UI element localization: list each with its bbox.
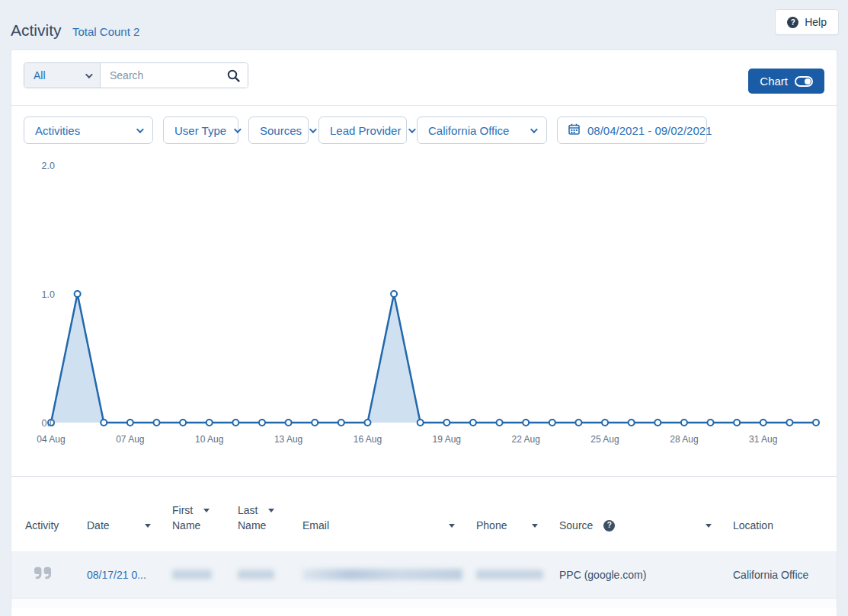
table-header-row: Activity Date First Name Last Name Email…: [11, 477, 837, 551]
help-label: Help: [805, 16, 827, 28]
chart-toggle-button[interactable]: Chart: [748, 69, 824, 94]
search-category-value: All: [34, 69, 46, 81]
filter-user-type-label: User Type: [174, 124, 226, 137]
page-header: Activity Total Count 2 ? Help: [0, 0, 848, 49]
redacted-email: [302, 569, 462, 580]
chevron-down-icon: [136, 126, 144, 133]
activity-page: { "page": { "title": "Activity", "subtit…: [0, 0, 848, 616]
filter-bar: Activities User Type Sources Lead Provid…: [11, 106, 837, 144]
svg-text:07 Aug: 07 Aug: [116, 434, 144, 445]
chevron-down-icon: [309, 126, 317, 133]
col-header-email[interactable]: Email: [302, 477, 476, 551]
date-range-picker[interactable]: 08/04/2021 - 09/02/2021: [557, 116, 707, 144]
activity-line-chart: 0.01.02.004 Aug07 Aug10 Aug13 Aug16 Aug1…: [11, 148, 837, 452]
col-header-source[interactable]: Source?: [559, 477, 733, 551]
first-name-cell: [172, 570, 238, 579]
filter-office[interactable]: California Office: [417, 116, 547, 144]
chart-area: 0.01.02.004 Aug07 Aug10 Aug13 Aug16 Aug1…: [11, 144, 837, 455]
filter-user-type[interactable]: User Type: [163, 116, 238, 144]
svg-text:19 Aug: 19 Aug: [433, 434, 461, 445]
email-cell: [302, 569, 476, 580]
phone-cell: [476, 570, 559, 579]
redacted-first-name: [172, 570, 212, 579]
filter-lead-provider-label: Lead Provider: [330, 124, 401, 137]
search-category-select[interactable]: All: [24, 63, 101, 88]
chevron-down-icon: [408, 126, 416, 133]
svg-text:04 Aug: 04 Aug: [37, 434, 65, 445]
filter-activities-label: Activities: [35, 124, 80, 137]
col-header-first-name[interactable]: First Name: [172, 477, 238, 551]
help-circle-icon[interactable]: ?: [603, 520, 615, 531]
search-toolbar: All Chart: [11, 50, 837, 106]
redacted-phone: [476, 570, 543, 579]
calendar-icon: [568, 123, 580, 137]
quote-icon: [34, 567, 51, 582]
sort-caret-icon[interactable]: [268, 509, 274, 512]
chevron-down-icon: [85, 71, 93, 78]
svg-text:31 Aug: 31 Aug: [749, 434, 777, 445]
svg-text:13 Aug: 13 Aug: [274, 434, 302, 445]
activity-type-cell: [25, 567, 87, 582]
page-title: Activity: [11, 21, 62, 40]
search-input[interactable]: [101, 63, 248, 88]
toggle-on-icon: [795, 76, 813, 87]
search-icon[interactable]: [227, 69, 240, 85]
location-cell: California Office: [733, 569, 837, 581]
svg-text:16 Aug: 16 Aug: [354, 434, 382, 445]
sort-caret-icon[interactable]: [449, 524, 455, 528]
sort-caret-icon[interactable]: [532, 524, 538, 528]
col-header-date[interactable]: Date: [87, 477, 172, 551]
search-box: [101, 63, 248, 88]
chevron-down-icon: [234, 126, 242, 133]
content-card: All Chart Activities User Type Sources: [11, 49, 837, 616]
col-header-activity: Activity: [25, 477, 87, 551]
col-header-last-name[interactable]: Last Name: [238, 477, 302, 551]
svg-text:2.0: 2.0: [42, 161, 55, 171]
help-button[interactable]: ? Help: [775, 9, 839, 35]
col-header-phone[interactable]: Phone: [476, 477, 559, 551]
svg-text:10 Aug: 10 Aug: [195, 434, 223, 445]
date-cell[interactable]: 08/17/21 0...: [87, 569, 172, 581]
filter-sources[interactable]: Sources: [248, 116, 309, 144]
chevron-down-icon: [530, 126, 538, 133]
activity-table: Activity Date First Name Last Name Email…: [11, 476, 837, 608]
sort-caret-icon[interactable]: [203, 509, 210, 512]
svg-text:0.0: 0.0: [42, 418, 55, 429]
filter-office-label: California Office: [428, 124, 509, 137]
filter-activities[interactable]: Activities: [24, 116, 153, 144]
svg-text:28 Aug: 28 Aug: [670, 434, 698, 445]
svg-text:1.0: 1.0: [42, 289, 55, 300]
table-row[interactable]: 08/17/21 0... PPC (google.com) Californi…: [11, 551, 837, 598]
sort-caret-icon[interactable]: [145, 524, 151, 528]
filter-sources-label: Sources: [260, 124, 302, 137]
total-count-badge: Total Count 2: [72, 25, 139, 38]
filter-lead-provider[interactable]: Lead Provider: [318, 116, 407, 144]
question-circle-icon: ?: [787, 17, 798, 28]
source-cell: PPC (google.com): [559, 569, 733, 581]
date-range-value: 08/04/2021 - 09/02/2021: [587, 124, 712, 137]
svg-text:22 Aug: 22 Aug: [511, 434, 539, 445]
chart-toggle-label: Chart: [760, 75, 788, 88]
svg-text:25 Aug: 25 Aug: [590, 434, 619, 445]
col-header-location: Location: [733, 477, 837, 551]
redacted-last-name: [238, 570, 274, 579]
search-group: All: [24, 62, 248, 88]
sort-caret-icon[interactable]: [706, 524, 712, 528]
last-name-cell: [238, 570, 302, 579]
next-row-partial: [11, 598, 837, 608]
